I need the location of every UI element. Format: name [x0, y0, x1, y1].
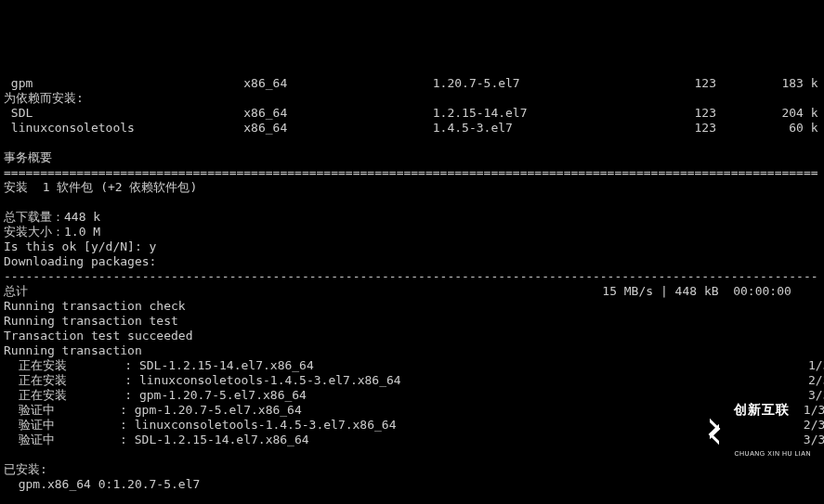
terminal[interactable]: gpm x86_64 1.20.7-5.el7 123 183 k 为依赖而安装…: [0, 74, 824, 504]
